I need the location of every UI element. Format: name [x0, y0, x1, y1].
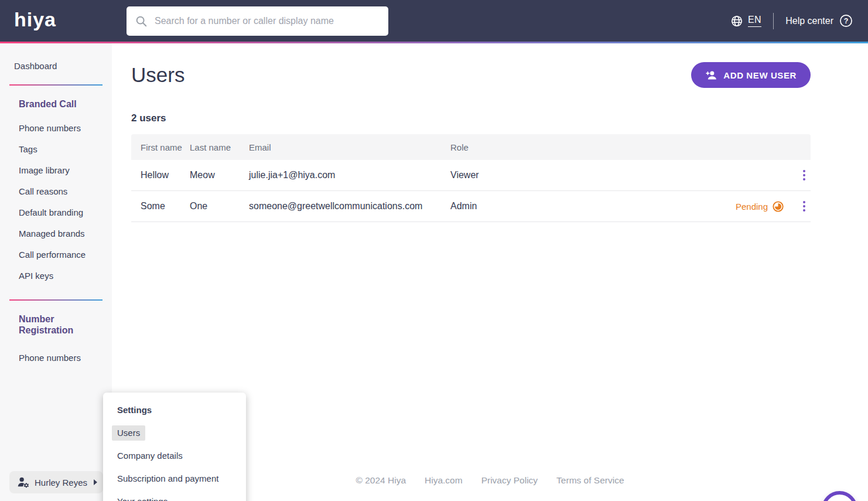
cell-role: Viewer	[450, 170, 798, 180]
sidebar-heading-branded-call: Branded Call	[19, 98, 89, 110]
sidebar-item-image-library[interactable]: Image library	[19, 160, 112, 181]
footer-copyright: © 2024 Hiya	[356, 475, 406, 486]
kebab-menu-icon[interactable]	[801, 199, 808, 214]
menu-item-subscription-payment-label: Subscription and payment	[117, 471, 218, 486]
person-gear-icon	[16, 476, 29, 489]
svg-text:?: ?	[844, 17, 849, 25]
cell-email: julie.jia+1@hiya.com	[249, 170, 450, 180]
sidebar-item-phone-numbers[interactable]: Phone numbers	[19, 118, 112, 139]
cell-first-name: Some	[131, 201, 190, 212]
language-selector[interactable]: EN	[730, 15, 761, 28]
users-table: First name Last name Email Role Hellow M…	[131, 134, 811, 222]
globe-icon	[730, 15, 743, 28]
user-name: Hurley Reyes	[35, 478, 88, 488]
sidebar-item-default-branding[interactable]: Default branding	[19, 202, 112, 223]
search-icon	[135, 15, 148, 28]
menu-item-users[interactable]: Users	[117, 425, 237, 441]
help-center-label: Help center	[785, 16, 833, 26]
sidebar-item-call-performance[interactable]: Call performance	[19, 244, 112, 265]
menu-item-company-details[interactable]: Company details	[117, 448, 237, 463]
kebab-menu-icon[interactable]	[801, 168, 808, 183]
header-last-name: Last name	[190, 142, 249, 152]
menu-item-company-details-label: Company details	[117, 448, 183, 463]
sidebar-divider	[9, 299, 102, 301]
cell-first-name: Hellow	[131, 170, 190, 180]
footer-link-hiya-com[interactable]: Hiya.com	[425, 475, 463, 486]
search-input[interactable]	[155, 16, 380, 26]
cell-email: someone@greetwellcommunications.com	[249, 201, 450, 212]
popup-heading: Settings	[117, 405, 237, 415]
hiya-logo[interactable]: hiya	[14, 8, 56, 31]
sidebar-divider	[9, 84, 102, 86]
footer-link-privacy-policy[interactable]: Privacy Policy	[481, 475, 538, 486]
settings-popup-menu: Settings Users Company details Subscript…	[103, 393, 246, 501]
sidebar-item-api-keys[interactable]: API keys	[19, 265, 112, 287]
menu-item-your-settings-label: Your settings	[117, 494, 168, 501]
user-count: 2 users	[131, 113, 811, 124]
add-new-user-button[interactable]: ADD NEW USER	[691, 62, 811, 88]
cell-role: Admin	[450, 201, 736, 212]
table-row: Hellow Meow julie.jia+1@hiya.com Viewer	[131, 160, 811, 191]
language-code[interactable]: EN	[748, 15, 761, 27]
sidebar-item-managed-brands[interactable]: Managed brands	[19, 223, 112, 244]
top-navbar: hiya EN Help center	[0, 0, 868, 42]
search-bar[interactable]	[127, 6, 388, 36]
footer-link-terms-of-service[interactable]: Terms of Service	[556, 475, 624, 486]
table-header-row: First name Last name Email Role	[131, 134, 811, 160]
table-row: Some One someone@greetwellcommunications…	[131, 191, 811, 222]
status-pending-label: Pending	[736, 202, 768, 212]
sidebar-item-tags[interactable]: Tags	[19, 139, 112, 160]
person-add-icon	[705, 69, 717, 81]
question-circle-icon[interactable]: ?	[839, 14, 853, 28]
divider	[773, 13, 774, 29]
sidebar-heading-number-registration: Number Registration	[19, 313, 89, 336]
cell-last-name: Meow	[190, 170, 249, 180]
menu-item-subscription-payment[interactable]: Subscription and payment	[117, 471, 237, 486]
status-badge: Pending	[736, 201, 784, 212]
sidebar: Dashboard Branded Call Phone numbers Tag…	[0, 43, 112, 501]
sidebar-item-nr-phone-numbers[interactable]: Phone numbers	[19, 347, 112, 369]
pending-clock-icon	[773, 201, 784, 212]
sidebar-item-dashboard[interactable]: Dashboard	[14, 61, 112, 75]
header-first-name: First name	[131, 142, 190, 152]
header-role: Role	[450, 142, 798, 152]
menu-item-your-settings[interactable]: Your settings	[117, 494, 237, 501]
help-center-link[interactable]: Help center ?	[785, 14, 853, 28]
menu-item-users-label: Users	[112, 425, 145, 441]
add-new-user-label: ADD NEW USER	[723, 70, 797, 80]
cell-last-name: One	[190, 201, 249, 212]
sidebar-item-call-reasons[interactable]: Call reasons	[19, 181, 112, 202]
caret-right-icon	[94, 479, 97, 485]
page-title: Users	[131, 63, 184, 87]
user-account-button[interactable]: Hurley Reyes	[9, 471, 103, 493]
header-email: Email	[249, 142, 450, 152]
